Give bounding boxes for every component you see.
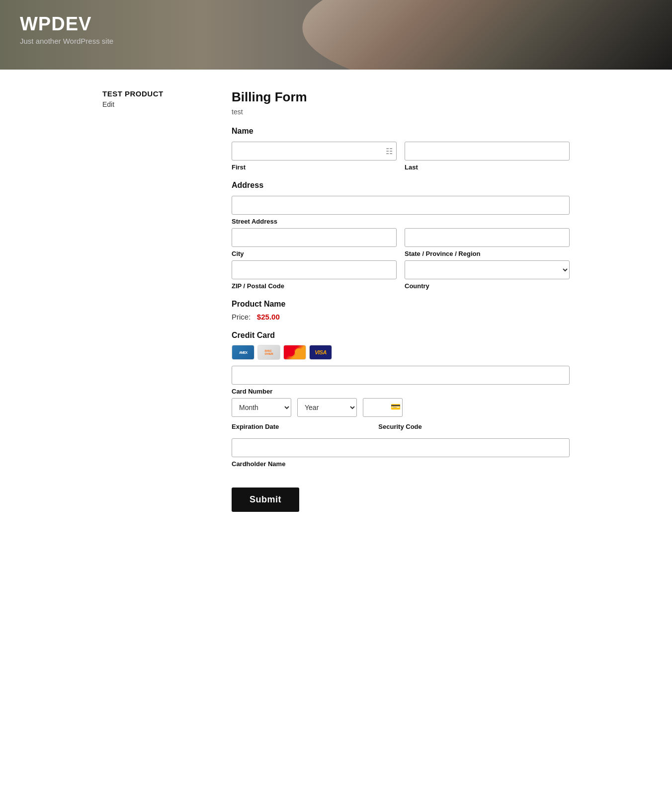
product-section: Product Name Price: $25.00: [232, 300, 570, 321]
site-tagline: Just another WordPress site: [20, 37, 113, 45]
city-state-row: City State / Province / Region: [232, 228, 570, 257]
sidebar: TEST PRODUCT Edit: [102, 89, 202, 109]
security-wrapper: 💳: [363, 398, 403, 417]
billing-form-title: Billing Form: [232, 89, 570, 105]
country-col: United States Canada United Kingdom Coun…: [405, 260, 570, 290]
country-label: Country: [405, 282, 570, 290]
security-label: Security Code: [378, 423, 421, 430]
amex-icon: AMEX: [232, 345, 254, 360]
street-label: Street Address: [232, 218, 570, 225]
edit-link[interactable]: Edit: [102, 100, 114, 108]
city-col: City: [232, 228, 397, 257]
state-col: State / Province / Region: [405, 228, 570, 257]
header-content: WPDEV Just another WordPress site: [20, 14, 113, 45]
price-line: Price: $25.00: [232, 313, 570, 321]
last-name-input[interactable]: [405, 142, 570, 161]
year-select[interactable]: Year202420252026202720282029203020312032…: [297, 398, 357, 417]
zip-input[interactable]: [232, 260, 397, 279]
street-col: Street Address: [232, 196, 570, 225]
country-select[interactable]: United States Canada United Kingdom: [405, 260, 570, 279]
month-select[interactable]: Month010203040506070809101112: [232, 398, 291, 417]
visa-icon: VISA: [309, 345, 332, 360]
form-description: test: [232, 108, 570, 116]
cardholder-label: Cardholder Name: [232, 460, 570, 468]
first-label: First: [232, 163, 397, 171]
last-label: Last: [405, 163, 570, 171]
card-number-col: Card Number: [232, 366, 570, 395]
form-area: Billing Form test Name ☷ First Last: [232, 89, 570, 512]
name-section: Name ☷ First Last: [232, 127, 570, 171]
card-number-input[interactable]: [232, 366, 570, 385]
page-content: TEST PRODUCT Edit Billing Form test Name…: [87, 70, 585, 532]
cc-icons: AMEX DISCOVER VISA: [232, 345, 570, 360]
cvv-card-icon: 💳: [391, 402, 401, 411]
cardholder-name-input[interactable]: [232, 438, 570, 457]
card-number-label: Card Number: [232, 388, 570, 395]
credit-card-section: Credit Card AMEX DISCOVER VISA: [232, 331, 570, 468]
last-name-col: Last: [405, 142, 570, 171]
first-name-col: ☷ First: [232, 142, 397, 171]
zip-country-row: ZIP / Postal Code United States Canada U…: [232, 260, 570, 290]
city-label: City: [232, 250, 397, 257]
address-section-label: Address: [232, 181, 570, 190]
street-address-input[interactable]: [232, 196, 570, 215]
site-title: WPDEV: [20, 14, 113, 35]
zip-col: ZIP / Postal Code: [232, 260, 397, 290]
submit-button[interactable]: Submit: [232, 487, 299, 512]
month-col: Month010203040506070809101112: [232, 398, 291, 417]
discover-icon: DISCOVER: [257, 345, 280, 360]
security-col: 💳: [363, 398, 403, 417]
zip-label: ZIP / Postal Code: [232, 282, 397, 290]
cardholder-row: Cardholder Name: [232, 438, 570, 468]
year-col: Year202420252026202720282029203020312032…: [297, 398, 357, 417]
first-name-input[interactable]: [232, 142, 397, 161]
cc-title: Credit Card: [232, 331, 570, 340]
state-label: State / Province / Region: [405, 250, 570, 257]
expiry-label: Expiration Date: [232, 423, 279, 430]
first-name-wrapper: ☷: [232, 142, 397, 161]
city-input[interactable]: [232, 228, 397, 247]
address-section: Address Street Address City State / Prov…: [232, 181, 570, 290]
price-prefix: Price:: [232, 313, 251, 321]
site-header: WPDEV Just another WordPress site: [0, 0, 672, 70]
name-section-label: Name: [232, 127, 570, 136]
price-amount: $25.00: [257, 313, 280, 321]
street-row: Street Address: [232, 196, 570, 225]
product-title: TEST PRODUCT: [102, 89, 202, 98]
header-bg: [302, 0, 672, 70]
name-row: ☷ First Last: [232, 142, 570, 171]
mastercard-icon: [283, 345, 306, 360]
expiry-security-row: Month010203040506070809101112 Year202420…: [232, 398, 570, 417]
cardholder-col: Cardholder Name: [232, 438, 570, 468]
product-name-label: Product Name: [232, 300, 570, 309]
card-number-row: Card Number: [232, 366, 570, 395]
state-input[interactable]: [405, 228, 570, 247]
